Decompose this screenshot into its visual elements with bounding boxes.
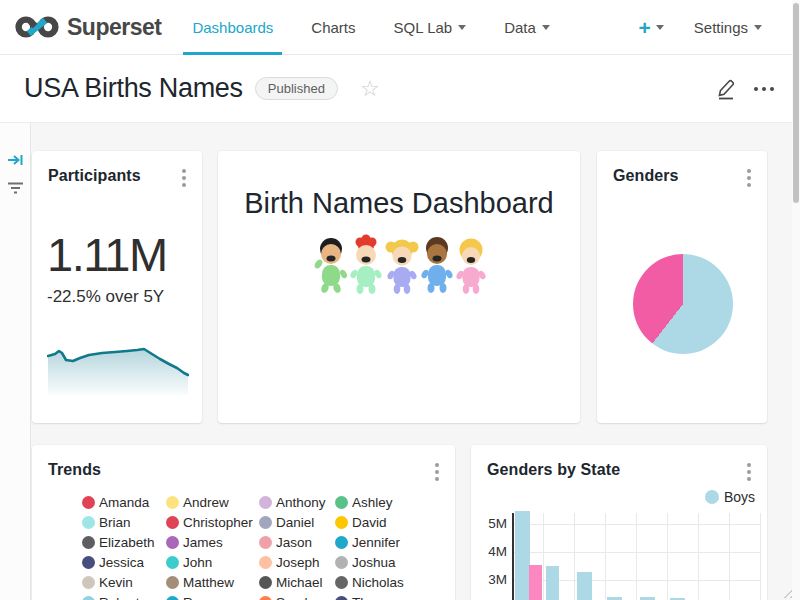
- markdown-heading: Birth Names Dashboard: [218, 187, 580, 220]
- legend-label: Jessica: [99, 555, 144, 570]
- genders-pie-chart[interactable]: [633, 254, 733, 354]
- chevron-down-icon: [542, 25, 550, 30]
- page-title: USA Births Names: [24, 73, 243, 104]
- legend-item[interactable]: Ashley: [335, 492, 430, 512]
- legend-swatch: [259, 516, 272, 529]
- chart-kebab-menu-icon[interactable]: [433, 461, 441, 483]
- nav-right: + Settings: [639, 17, 762, 38]
- legend-label: Joseph: [276, 555, 320, 570]
- legend-swatch: [82, 596, 95, 600]
- y-axis-tick: 4M: [479, 544, 507, 559]
- legend-label: David: [352, 515, 387, 530]
- bar-boys[interactable]: [515, 511, 530, 600]
- legend-item[interactable]: Jessica: [82, 552, 166, 572]
- legend-label: James: [183, 535, 223, 550]
- gridline: [636, 513, 637, 600]
- legend-item[interactable]: Ryan: [166, 592, 259, 600]
- legend-item[interactable]: Andrew: [166, 492, 259, 512]
- chart-kebab-menu-icon[interactable]: [745, 167, 753, 189]
- legend-swatch: [705, 490, 719, 504]
- legend-item[interactable]: Jason: [259, 532, 335, 552]
- chevron-down-icon: [656, 25, 664, 30]
- legend-swatch: [259, 556, 272, 569]
- legend-item[interactable]: Nicholas: [335, 572, 430, 592]
- nav-item-charts[interactable]: Charts: [292, 0, 374, 54]
- legend-item[interactable]: James: [166, 532, 259, 552]
- legend-label: Boys: [724, 489, 755, 505]
- nav-item-dashboards[interactable]: Dashboards: [173, 0, 292, 54]
- expand-filters-icon[interactable]: [7, 152, 24, 168]
- legend-item[interactable]: Kevin: [82, 572, 166, 592]
- legend-label: Thomas: [352, 595, 401, 600]
- participants-card: Participants 1.11M -22.5% over 5Y: [32, 151, 202, 423]
- legend-swatch: [259, 596, 272, 600]
- nav-item-label: Data: [504, 19, 536, 36]
- legend-label: Christopher: [183, 515, 253, 530]
- superset-logo[interactable]: Superset: [14, 13, 161, 41]
- y-axis-line: [512, 513, 514, 600]
- nav-item-label: SQL Lab: [394, 19, 453, 36]
- nav-item-sql-lab[interactable]: SQL Lab: [375, 0, 486, 54]
- legend-label: Kevin: [99, 575, 133, 590]
- legend-swatch: [82, 496, 95, 509]
- nav-item-data[interactable]: Data: [485, 0, 569, 54]
- title-actions: [716, 78, 778, 100]
- legend-item[interactable]: David: [335, 512, 430, 532]
- favorite-star-icon[interactable]: ☆: [360, 78, 380, 100]
- legend-swatch: [259, 536, 272, 549]
- y-axis-tick: 3M: [479, 572, 507, 587]
- markdown-header-card: Birth Names Dashboard: [218, 151, 580, 423]
- legend-item[interactable]: Anthony: [259, 492, 335, 512]
- scrollbar-thumb[interactable]: [793, 3, 799, 203]
- legend-item[interactable]: Elizabeth: [82, 532, 166, 552]
- legend-item[interactable]: Joshua: [335, 552, 430, 572]
- legend-item[interactable]: Jennifer: [335, 532, 430, 552]
- gridline: [667, 513, 668, 600]
- legend-swatch: [335, 576, 348, 589]
- legend-item-boys[interactable]: Boys: [705, 489, 755, 505]
- legend-item[interactable]: Sarah: [259, 592, 335, 600]
- chevron-down-icon: [458, 25, 466, 30]
- gridline: [760, 513, 761, 600]
- more-actions-icon[interactable]: [750, 83, 778, 95]
- legend-label: Amanda: [99, 495, 149, 510]
- legend-label: Ashley: [352, 495, 393, 510]
- legend-item[interactable]: Christopher: [166, 512, 259, 532]
- bar-girls[interactable]: [529, 565, 542, 600]
- legend-label: Brian: [99, 515, 131, 530]
- legend-item[interactable]: Robert: [82, 592, 166, 600]
- legend-swatch: [82, 516, 95, 529]
- scrollbar-track[interactable]: [792, 0, 800, 600]
- gridline: [729, 513, 730, 600]
- legend-item[interactable]: Thomas: [335, 592, 430, 600]
- bar-boys[interactable]: [546, 566, 559, 600]
- legend-label: Andrew: [183, 495, 229, 510]
- nav-item-label: Dashboards: [192, 19, 273, 36]
- settings-menu[interactable]: Settings: [694, 19, 762, 36]
- legend-label: Nicholas: [352, 575, 404, 590]
- legend-label: Joshua: [352, 555, 396, 570]
- y-axis-tick: 5M: [479, 516, 507, 531]
- legend-label: Elizabeth: [99, 535, 155, 550]
- legend-item[interactable]: Joseph: [259, 552, 335, 572]
- bar-boys[interactable]: [577, 572, 592, 600]
- legend-label: Matthew: [183, 575, 234, 590]
- legend-item[interactable]: Amanda: [82, 492, 166, 512]
- chart-kebab-menu-icon[interactable]: [745, 461, 753, 483]
- legend-item[interactable]: Matthew: [166, 572, 259, 592]
- edit-pencil-icon[interactable]: [716, 78, 736, 100]
- legend-item[interactable]: Michael: [259, 572, 335, 592]
- chart-title: Genders by State: [487, 461, 620, 479]
- filter-icon[interactable]: [7, 181, 24, 195]
- participants-sparkline-chart[interactable]: [47, 337, 189, 399]
- legend-item[interactable]: Brian: [82, 512, 166, 532]
- chart-kebab-menu-icon[interactable]: [180, 167, 188, 189]
- legend-swatch: [335, 556, 348, 569]
- legend-item[interactable]: Daniel: [259, 512, 335, 532]
- gridline: [574, 513, 575, 600]
- legend-item[interactable]: John: [166, 552, 259, 572]
- top-nav: Superset Dashboards Charts SQL Lab Data …: [0, 0, 800, 55]
- legend-swatch: [166, 536, 179, 549]
- new-item-button[interactable]: +: [639, 17, 664, 38]
- published-badge[interactable]: Published: [255, 77, 338, 100]
